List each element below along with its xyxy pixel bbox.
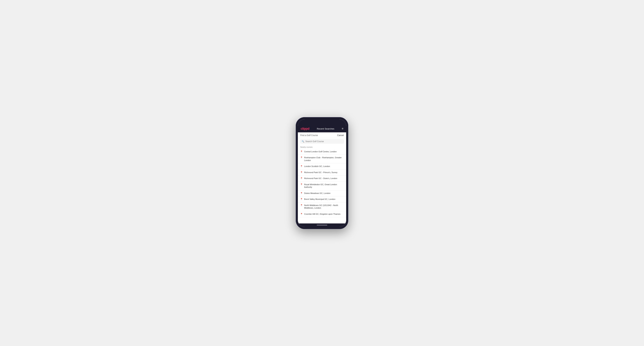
list-item[interactable]: 📍Central London Golf Centre, London: [298, 149, 346, 155]
list-item[interactable]: 📍North Middlesex GC (1011942 - North Mid…: [298, 202, 346, 211]
pin-icon: 📍: [300, 183, 303, 186]
course-name: Coombe Hill GC, Kingston upon Thames: [304, 213, 340, 216]
nearby-label: Nearby courses: [298, 145, 346, 149]
pin-icon: 📍: [300, 165, 303, 168]
pin-icon: 📍: [300, 198, 303, 200]
find-bar: Find a Golf Course Cancel: [298, 132, 346, 138]
list-item[interactable]: 📍Coombe Hill GC, Kingston upon Thames: [298, 211, 346, 217]
phone-frame: clippd Recent Searches ≡ Find a Golf Cou…: [296, 117, 348, 229]
pin-icon: 📍: [300, 204, 303, 206]
search-icon: 🔍: [302, 140, 304, 143]
home-bar: [317, 225, 327, 225]
pin-icon: 📍: [300, 151, 303, 153]
app-header: clippd Recent Searches ≡: [298, 126, 346, 132]
list-item[interactable]: 📍London Scottish GC, London: [298, 164, 346, 170]
search-input[interactable]: [305, 140, 342, 143]
content-area: Find a Golf Course Cancel 🔍 Nearby cours…: [298, 132, 346, 223]
course-name: Royal Wimbledon GC, Great London Authori…: [304, 183, 344, 189]
pin-icon: 📍: [300, 213, 303, 215]
course-list: 📍Central London Golf Centre, London📍Roeh…: [298, 149, 346, 223]
search-container: 🔍: [298, 138, 346, 145]
list-item[interactable]: 📍Richmond Park GC - Prince's, Surrey: [298, 170, 346, 176]
notch: [315, 121, 329, 124]
phone-screen: clippd Recent Searches ≡ Find a Golf Cou…: [298, 119, 346, 227]
header-title: Recent Searches: [317, 128, 334, 130]
cancel-button[interactable]: Cancel: [337, 134, 344, 137]
home-indicator: [298, 223, 346, 227]
find-label: Find a Golf Course: [300, 134, 318, 137]
list-item[interactable]: 📍Brent Valley Municipal GC, London: [298, 196, 346, 202]
course-name: London Scottish GC, London: [304, 165, 330, 168]
list-item[interactable]: 📍Royal Wimbledon GC, Great London Author…: [298, 182, 346, 190]
app-logo: clippd: [301, 127, 310, 131]
list-item[interactable]: 📍Dukes Meadows GC, London: [298, 190, 346, 196]
course-name: Richmond Park GC - Prince's, Surrey: [304, 171, 338, 174]
course-name: Richmond Park GC - Duke's, London: [304, 177, 337, 180]
list-item[interactable]: 📍Roehampton Club - Roehampton, Greater L…: [298, 155, 346, 164]
course-name: Central London Golf Centre, London: [304, 150, 336, 153]
pin-icon: 📍: [300, 177, 303, 179]
course-name: Roehampton Club - Roehampton, Greater Lo…: [304, 156, 344, 162]
list-item[interactable]: 📍Richmond Park GC - Duke's, London: [298, 175, 346, 182]
course-name: North Middlesex GC (1011942 - North Midd…: [304, 204, 344, 209]
pin-icon: 📍: [300, 171, 303, 173]
pin-icon: 📍: [300, 157, 303, 159]
course-name: Brent Valley Municipal GC, London: [304, 198, 335, 201]
pin-icon: 📍: [300, 192, 303, 194]
search-box[interactable]: 🔍: [300, 139, 344, 144]
menu-icon[interactable]: ≡: [342, 127, 343, 130]
course-name: Dukes Meadows GC, London: [304, 192, 330, 195]
notch-bar: [298, 119, 346, 126]
